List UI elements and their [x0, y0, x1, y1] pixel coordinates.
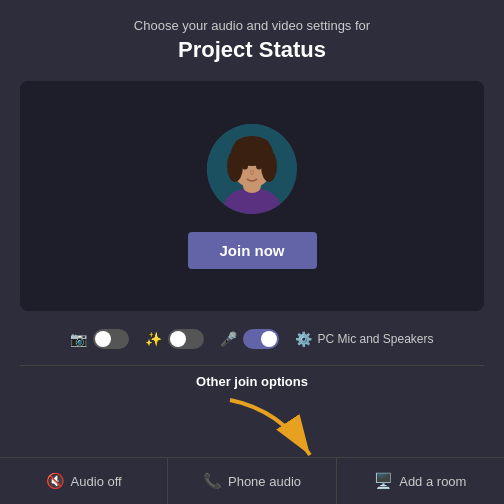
video-area: Join now — [20, 81, 484, 311]
video-toggle-knob — [95, 331, 111, 347]
audio-device-group: ⚙️ PC Mic and Speakers — [295, 331, 433, 347]
phone-audio-label: Phone audio — [228, 474, 301, 489]
phone-audio-option[interactable]: 📞 Phone audio — [168, 458, 336, 504]
svg-point-9 — [242, 162, 248, 169]
avatar-image — [207, 124, 297, 214]
audio-off-label: Audio off — [71, 474, 122, 489]
phone-icon: 📞 — [203, 472, 222, 490]
blur-toggle-group: ✨ — [145, 329, 204, 349]
video-toggle-group: 📷 — [70, 329, 129, 349]
audio-device-label-text: PC Mic and Speakers — [317, 332, 433, 346]
audio-off-option[interactable]: 🔇 Audio off — [0, 458, 168, 504]
top-section: Choose your audio and video settings for… — [0, 0, 504, 73]
controls-row: 📷 ✨ 🎤 ⚙️ PC Mic and Speakers — [20, 321, 484, 357]
divider — [20, 365, 484, 366]
mic-toggle-group: 🎤 — [220, 329, 279, 349]
video-off-icon: 📷 — [70, 331, 87, 347]
meeting-title: Project Status — [20, 37, 484, 63]
subtitle: Choose your audio and video settings for — [20, 18, 484, 33]
audio-off-icon: 🔇 — [46, 472, 65, 490]
add-room-option[interactable]: 🖥️ Add a room — [337, 458, 504, 504]
blur-icon: ✨ — [145, 331, 162, 347]
svg-point-6 — [227, 150, 243, 182]
room-icon: 🖥️ — [374, 472, 393, 490]
blur-toggle-knob — [170, 331, 186, 347]
avatar — [207, 124, 297, 214]
mic-icon: 🎤 — [220, 331, 237, 347]
join-now-button[interactable]: Join now — [188, 232, 317, 269]
svg-point-7 — [261, 150, 277, 182]
blur-toggle-switch[interactable] — [168, 329, 204, 349]
bottom-options-bar: 🔇 Audio off 📞 Phone audio 🖥️ Add a room — [0, 457, 504, 504]
video-toggle-switch[interactable] — [93, 329, 129, 349]
mic-toggle-knob — [261, 331, 277, 347]
audio-device-settings-icon[interactable]: ⚙️ — [295, 331, 312, 347]
add-room-label: Add a room — [399, 474, 466, 489]
mic-toggle-switch[interactable] — [243, 329, 279, 349]
other-join-options-label: Other join options — [0, 374, 504, 389]
svg-point-10 — [256, 162, 262, 169]
svg-point-8 — [234, 136, 270, 156]
